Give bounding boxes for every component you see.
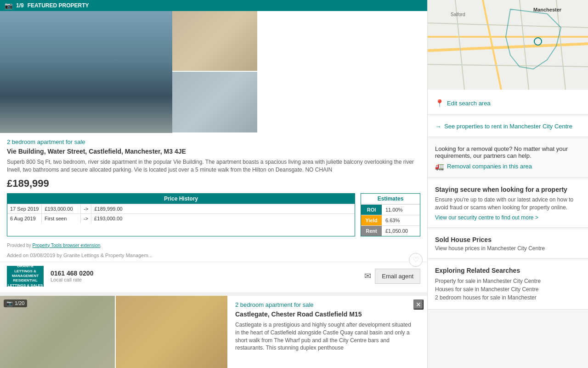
email-agent-button[interactable]: Email agent — [375, 269, 420, 284]
agent-logo-1: GRANITELETTINGS &MANAGEMENTRESIDENTIAL L… — [7, 266, 44, 287]
see-rentals-link[interactable]: → See properties to rent in Manchester C… — [435, 123, 581, 130]
related-item-2[interactable]: Houses for sale in Manchester City Centr… — [435, 286, 581, 293]
email-agent-area: ✉ Email agent — [364, 269, 420, 284]
ph-from-2: First seen — [42, 214, 81, 223]
property-details-1: 2 bedroom apartment for sale Vie Buildin… — [0, 133, 427, 174]
svg-text:Salford: Salford — [451, 12, 465, 17]
property-price-1: £189,999 — [0, 174, 427, 193]
property-address-2: Castlegate, Chester Road Castlefield M15 — [235, 310, 411, 318]
thumb-images-1 — [172, 11, 257, 133]
ph-to-2: £193,000.00 — [91, 214, 125, 223]
ph-row-1: 17 Sep 2019 £193,000.00 -> £189,999.00 — [7, 204, 355, 213]
property-address-1: Vie Building, Water Street, Castlefield,… — [7, 147, 420, 155]
roi-label-1: ROI — [361, 205, 382, 215]
featured-bar: 📷 1/9 FEATURED PROPERTY — [0, 0, 427, 11]
security-heading: Staying secure when looking for a proper… — [435, 186, 581, 193]
ph-from-1: £193,000.00 — [42, 204, 81, 213]
location-icon: 📍 — [435, 99, 444, 108]
property-card-1: 📷 1/9 FEATURED PROPERTY 2 bedroom apartm… — [0, 0, 427, 292]
ph-to-1: £189,999.00 — [91, 204, 125, 213]
sidebar: Salford Manchester 📍 Edit search area → … — [427, 0, 588, 368]
featured-label: FEATURED PROPERTY — [28, 2, 89, 9]
ph-row-2: 6 Aug 2019 First seen -> £193,000.00 — [7, 213, 355, 223]
property-tools-link[interactable]: Property Tools browser extension — [33, 243, 101, 248]
property-desc-1: Superb 800 Sq Ft, two bedroom, river sid… — [7, 158, 420, 174]
agent-phone-note-1: Local call rate — [51, 277, 93, 282]
rent-label-1: Rent — [361, 226, 382, 236]
sold-text: View house prices in Manchester City Cen… — [435, 245, 581, 252]
see-rentals-section: → See properties to rent in Manchester C… — [428, 116, 588, 137]
close-button-2[interactable]: ✕ — [413, 299, 424, 310]
estimates-box-1: Estimates ROI 11.00% Yield 6.63% Rent £1… — [361, 193, 420, 236]
price-history-box-1: Price History 17 Sep 2019 £193,000.00 ->… — [7, 193, 355, 236]
agent-phone-1: 0161 468 0200 Local call rate — [51, 270, 93, 282]
property2-top: 📷 1/20 ✕ 2 bedroom apartment for sale Ca… — [0, 296, 427, 368]
property-desc-2: Castlegate is a prestigious and highly s… — [235, 321, 411, 352]
edit-search-section: 📍 Edit search area — [428, 90, 588, 115]
arrow-icon: → — [435, 123, 441, 130]
agent-logo-text-1: GRANITELETTINGS &MANAGEMENTRESIDENTIAL L… — [7, 264, 44, 288]
camera-icon-2: 📷 — [6, 300, 13, 306]
related-section: Exploring Related Searches Property for … — [428, 260, 588, 310]
added-info-1: Added on 03/08/2019 by Granite Lettings … — [0, 251, 427, 262]
agent-row-1: GRANITELETTINGS &MANAGEMENTRESIDENTIAL L… — [0, 262, 427, 292]
images-grid-1 — [0, 11, 427, 133]
main-image-1[interactable] — [0, 11, 172, 133]
rent-value-1: £1,050.00 — [382, 226, 412, 236]
map-container[interactable]: Salford Manchester — [428, 0, 588, 90]
est-header-1: Estimates — [361, 194, 420, 204]
edit-search-text: Edit search area — [447, 100, 491, 107]
favourite-button-1[interactable]: ♡ — [409, 253, 423, 267]
yield-label-1: Yield — [361, 215, 382, 225]
sold-section: Sold House Prices View house prices in M… — [428, 230, 588, 259]
map-svg: Salford Manchester — [428, 0, 588, 90]
property-type-2: 2 bedroom apartment for sale — [235, 301, 411, 308]
est-row-rent-1: Rent £1,050.00 — [361, 225, 420, 236]
est-row-roi-1: ROI 11.00% — [361, 204, 420, 215]
provided-by-1: Provided by Property Tools browser exten… — [0, 241, 427, 251]
prop2-second-img[interactable] — [115, 296, 227, 368]
price-estimates-1: Price History 17 Sep 2019 £193,000.00 ->… — [0, 193, 427, 241]
main-content: 📷 1/9 FEATURED PROPERTY 2 bedroom apartm… — [0, 0, 427, 368]
truck-icon: 🚛 — [435, 162, 444, 171]
yield-value-1: 6.63% — [382, 215, 403, 225]
email-icon: ✉ — [364, 271, 371, 281]
property-type-1: 2 bedroom apartment for sale — [7, 138, 420, 145]
security-text: Ensure you're up to date with our latest… — [435, 196, 581, 212]
security-link[interactable]: View our security centre to find out mor… — [435, 214, 581, 221]
property-card-2: 📷 1/20 ✕ 2 bedroom apartment for sale Ca… — [0, 296, 427, 368]
ph-date-1: 17 Sep 2019 — [7, 204, 42, 213]
removal-link-text: Removal companies in this area — [447, 163, 532, 170]
removal-link[interactable]: 🚛 Removal companies in this area — [435, 162, 581, 171]
photo-counter-2: 📷 1/20 — [4, 299, 27, 307]
roi-value-1: 11.00% — [382, 205, 406, 215]
thumb-1[interactable] — [172, 11, 257, 72]
related-item-3[interactable]: 2 bedroom houses for sale in Manchester — [435, 294, 581, 301]
camera-icon: 📷 — [5, 2, 12, 9]
ph-date-2: 6 Aug 2019 — [7, 214, 42, 223]
agent-phone-number-1[interactable]: 0161 468 0200 — [51, 270, 93, 277]
est-row-yield-1: Yield 6.63% — [361, 215, 420, 225]
see-rentals-text: See properties to rent in Manchester Cit… — [444, 123, 572, 130]
edit-search-link[interactable]: 📍 Edit search area — [435, 99, 581, 108]
map-background: Salford Manchester — [428, 0, 588, 90]
security-section: Staying secure when looking for a proper… — [428, 179, 588, 228]
svg-text:Manchester: Manchester — [533, 7, 562, 12]
thumb-2[interactable] — [172, 72, 257, 132]
prop2-description: ✕ 2 bedroom apartment for sale Castlegat… — [228, 296, 427, 368]
images-grid-2: 📷 1/20 — [0, 296, 228, 368]
description-section-1: 2 bedroom apartment for sale Vie Buildin… — [7, 138, 420, 174]
ph-header-1: Price History — [7, 194, 355, 204]
related-heading: Exploring Related Searches — [435, 267, 581, 274]
ph-arrow-1: -> — [81, 204, 91, 213]
removal-section: Looking for a removal quote? No matter w… — [428, 139, 588, 178]
ph-arrow-2: -> — [81, 214, 91, 223]
related-item-1[interactable]: Property for sale in Manchester City Cen… — [435, 278, 581, 284]
sold-heading: Sold House Prices — [435, 236, 581, 243]
photo-counter-1: 1/9 — [16, 2, 24, 9]
removal-heading: Looking for a removal quote? No matter w… — [435, 145, 581, 159]
